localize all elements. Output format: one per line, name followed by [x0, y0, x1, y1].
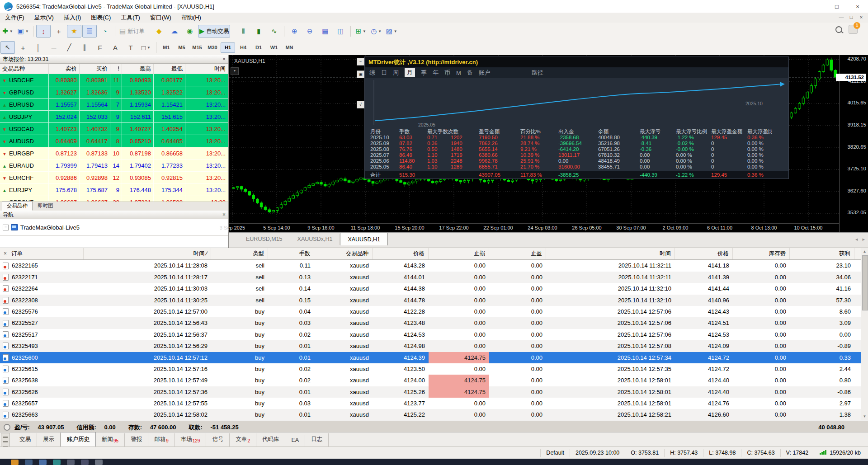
mtdriver-tab-账户[interactable]: 账户: [479, 69, 491, 77]
candle-chart-button[interactable]: ▮: [251, 25, 266, 38]
toolbox-tab-邮箱[interactable]: 邮箱9: [148, 433, 175, 446]
community-button[interactable]: ◉: [183, 25, 197, 38]
mdi-restore-button[interactable]: □: [846, 14, 856, 22]
channel-tool[interactable]: ∥: [77, 41, 92, 54]
timeframe-m30[interactable]: M30: [205, 42, 220, 53]
history-row-62325626[interactable]: 623256262025.10.14 12:57:36buy0.01xauusd…: [0, 386, 868, 398]
history-row-62325615[interactable]: 623256152025.10.14 12:57:16buy0.02xauusd…: [0, 363, 868, 375]
toolbox-tab-信号[interactable]: 信号: [206, 433, 230, 446]
mtdriver-tab-年[interactable]: 年: [433, 69, 439, 77]
metaeditor-button[interactable]: ◆: [152, 25, 166, 38]
window-maximize-button[interactable]: □: [826, 0, 847, 13]
taskbar-app-icon-6[interactable]: [95, 460, 103, 465]
history-row-62325663[interactable]: 623256632025.10.14 12:58:02buy0.01xauusd…: [0, 409, 868, 420]
timeframe-w1[interactable]: W1: [267, 42, 281, 53]
history-col-8[interactable]: 时间: [546, 248, 675, 259]
window-close-button[interactable]: ×: [847, 0, 868, 13]
chart-tab-xauusd-h1[interactable]: XAUUSD,H1: [340, 233, 388, 245]
mtdriver-tab-季[interactable]: 季: [421, 69, 427, 77]
history-row-62322171[interactable]: 623221712025.10.14 11:28:17sell0.13xauus…: [0, 272, 868, 283]
horizontal-line-tool[interactable]: ─: [47, 41, 61, 54]
history-row-62322165[interactable]: 623221652025.10.14 11:28:08sell0.11xauus…: [0, 260, 868, 271]
history-row-62322308[interactable]: 623223082025.10.14 11:30:25sell0.15xauus…: [0, 295, 868, 306]
bar-chart-button[interactable]: ⦀: [236, 25, 250, 38]
notifications-button[interactable]: 1: [849, 25, 858, 34]
history-row-62325600[interactable]: 623256002025.10.14 12:57:12buy0.01xauusd…: [0, 352, 868, 363]
toolbox-tab-市场[interactable]: 市场129: [175, 433, 207, 446]
mtdriver-tab-path[interactable]: 路径: [532, 69, 543, 77]
history-col-10[interactable]: 库存费: [733, 248, 790, 259]
tab-scroll-arrows[interactable]: ◂▸: [855, 236, 865, 242]
timeframe-h4[interactable]: H4: [236, 42, 250, 53]
market-watch-row-eurchf[interactable]: ▼EURCHF0.928860.92898120.930850.9281513:…: [0, 172, 228, 184]
close-icon[interactable]: ×: [222, 211, 226, 218]
history-col-7[interactable]: 止盈: [489, 248, 546, 259]
toolbox-tab-代码库[interactable]: 代码库: [256, 433, 286, 446]
market-watch-row-usdjpy[interactable]: ▲USDJPY152.024152.0339152.611151.61513:2…: [0, 111, 228, 123]
algo-cloud-button[interactable]: ☁: [167, 25, 182, 38]
history-row-62325576[interactable]: 623255762025.10.14 12:57:00buy0.04xauusd…: [0, 306, 868, 317]
history-col-1[interactable]: 时间 ∕: [84, 248, 211, 259]
market-watch-row-eurusd[interactable]: ▲EURUSD1.155571.1556471.159341.1542113:2…: [0, 99, 228, 111]
menu-item-6[interactable]: 帮助(H): [176, 13, 206, 23]
mtdriver-tab-日[interactable]: 日: [381, 69, 387, 77]
timeframe-d1[interactable]: D1: [251, 42, 266, 53]
history-row-62322264[interactable]: 623222642025.10.14 11:30:03sell0.14xauus…: [0, 283, 868, 294]
history-row-62325657[interactable]: 623256572025.10.14 12:57:55buy0.03xauusd…: [0, 398, 868, 409]
taskbar-app-icon-4[interactable]: [67, 460, 75, 465]
data-window-toggle[interactable]: +: [52, 25, 66, 38]
market-watch-row-usdchf[interactable]: ▼USDCHF0.803800.80391110.804930.8017713:…: [0, 74, 228, 86]
market-watch-row-audusd[interactable]: ▼AUDUSD0.644090.6441780.652100.6440513:2…: [0, 135, 228, 147]
timeframe-mn[interactable]: MN: [282, 42, 297, 53]
trendline-tool[interactable]: ╱: [62, 41, 76, 54]
text-tool[interactable]: A: [108, 41, 123, 54]
mtdriver-tab-综[interactable]: 综: [369, 69, 375, 77]
toolbox-toggle[interactable]: ☰: [82, 25, 97, 38]
cursor-tool[interactable]: ↖: [0, 41, 15, 54]
mtdriver-tab-币[interactable]: 币: [444, 69, 450, 77]
templates-button[interactable]: ▨▼: [384, 25, 399, 38]
cascade-windows-button[interactable]: ◫: [333, 25, 348, 38]
market-watch-toggle[interactable]: ↕: [36, 25, 51, 38]
account-node[interactable]: TradeMaxGlobal-Live5: [20, 224, 80, 231]
new-chart-button[interactable]: ✚▼: [0, 25, 15, 38]
tab-symbols[interactable]: 交易品种: [2, 201, 33, 211]
taskbar-app-icon-5[interactable]: [81, 460, 89, 465]
history-col-11[interactable]: 获利: [790, 248, 854, 259]
toolbox-tab-展示[interactable]: 展示: [37, 433, 61, 446]
fibonacci-tool[interactable]: F: [93, 41, 107, 54]
mdi-close-button[interactable]: ×: [856, 14, 866, 22]
history-row-62325493[interactable]: 623254932025.10.14 12:56:29buy0.01xauusd…: [0, 340, 868, 352]
scrollbar-thumb[interactable]: [862, 255, 868, 310]
mtdriver-tab-月[interactable]: 月: [405, 68, 415, 77]
taskbar-app-icon-0[interactable]: [11, 460, 19, 465]
indicators-button[interactable]: ⊞▼: [354, 25, 368, 38]
crosshair-tool[interactable]: +: [16, 41, 30, 54]
taskbar-app-icon-1[interactable]: [25, 460, 33, 465]
taskbar-app-icon-3[interactable]: [53, 460, 61, 465]
tab-scroll-arrow-icon[interactable]: ◂: [855, 236, 858, 242]
mtdriver-tab-周[interactable]: 周: [393, 69, 399, 77]
timeframe-m1[interactable]: M1: [159, 42, 174, 53]
history-col-3[interactable]: 手数: [268, 248, 314, 259]
toolbox-tab-文章[interactable]: 文章2: [230, 433, 256, 446]
timeframe-m15[interactable]: M15: [190, 42, 204, 53]
tile-windows-button[interactable]: ▦: [318, 25, 332, 38]
history-row-62325517[interactable]: 623255172025.10.14 12:56:37buy0.02xauusd…: [0, 329, 868, 340]
toolbox-tab-交易[interactable]: 交易: [14, 433, 37, 446]
mtdriver-settings-button[interactable]: ▣: [357, 70, 364, 78]
mtdriver-minimize-button[interactable]: −: [357, 58, 364, 66]
toolbox-tab-日志[interactable]: 日志: [305, 433, 329, 446]
history-row-62325527[interactable]: 623255272025.10.14 12:56:43buy0.03xauusd…: [0, 317, 868, 329]
window-minimize-button[interactable]: —: [806, 0, 826, 13]
shapes-tool[interactable]: □▼: [139, 41, 153, 54]
history-row-62325638[interactable]: 623256382025.10.14 12:57:49buy0.02xauusd…: [0, 375, 868, 386]
mtdriver-tab-M[interactable]: M: [456, 70, 461, 76]
taskbar-app-icon-2[interactable]: [39, 460, 47, 465]
market-watch-row-euraud[interactable]: ▲EURAUD1.793991.79413141.794021.7723313:…: [0, 160, 228, 172]
line-chart-button[interactable]: ∿: [267, 25, 281, 38]
chart-tab-xauusdx-h1[interactable]: XAUUSDx,H1: [290, 234, 340, 245]
tab-tick-chart[interactable]: 即时图: [33, 201, 58, 211]
toolbox-tab-EA[interactable]: EA: [285, 435, 305, 446]
timeframe-m5[interactable]: M5: [175, 42, 189, 53]
